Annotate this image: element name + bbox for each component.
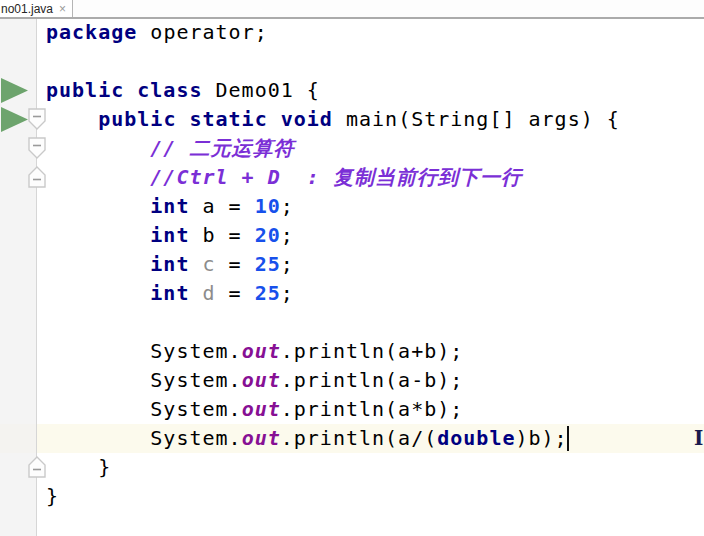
code-segment-plain: .println(a+b); [281, 339, 464, 363]
fold-end-icon[interactable] [28, 166, 46, 192]
code-segment-plain: ; [281, 194, 294, 218]
code-segment-plain: a = [189, 194, 254, 218]
code-segment-keyword: int [150, 281, 189, 305]
tab-no01-java[interactable]: no01.java × [0, 0, 73, 17]
code-line[interactable] [46, 47, 620, 76]
code-segment-plain: System. [46, 426, 242, 450]
editor-tab-bar: no01.java × [0, 0, 704, 19]
code-segment-plain: operator; [137, 20, 267, 44]
code-segment-keyword: double [437, 426, 515, 450]
code-lines: package operator;public class Demo01 { p… [46, 18, 620, 511]
code-segment-number: 25 [255, 281, 281, 305]
code-segment-plain [46, 165, 150, 189]
ide-window: { "tab": { "title": "no01.java", "close_… [0, 0, 704, 536]
code-segment-plain [46, 107, 98, 131]
code-segment-plain: System. [46, 339, 242, 363]
code-segment-plain: = [216, 281, 255, 305]
code-segment-plain: } [46, 484, 59, 508]
code-segment-comment: // 二元运算符 [150, 136, 294, 160]
code-segment-plain: main(String[] args) { [333, 107, 620, 131]
code-segment-plain: .println(a/( [281, 426, 438, 450]
code-segment-keyword: public class [46, 78, 203, 102]
code-segment-plain [46, 252, 150, 276]
code-line[interactable]: System.out.println(a+b); [46, 337, 620, 366]
code-line[interactable]: System.out.println(a-b); [46, 366, 620, 395]
code-line[interactable]: package operator; [46, 18, 620, 47]
code-segment-keyword: package [46, 20, 137, 44]
fold-start-icon[interactable] [28, 108, 46, 134]
fold-start-icon[interactable] [28, 137, 46, 163]
fold-end-icon[interactable] [28, 456, 46, 482]
code-segment-field: out [242, 368, 281, 392]
code-segment-unused: c [203, 252, 216, 276]
code-line[interactable]: public class Demo01 { [46, 76, 620, 105]
code-line[interactable]: System.out.println(a/(double)b); [46, 424, 620, 453]
code-segment-plain [46, 136, 150, 160]
code-segment-plain [189, 252, 202, 276]
code-segment-plain: ; [281, 252, 294, 276]
tab-close-icon[interactable]: × [59, 3, 66, 15]
code-segment-number: 10 [255, 194, 281, 218]
code-line[interactable]: } [46, 482, 620, 511]
code-segment-comment: //Ctrl + D : 复制当前行到下一行 [150, 165, 522, 189]
code-line[interactable]: // 二元运算符 [46, 134, 620, 163]
code-segment-number: 25 [255, 252, 281, 276]
code-line[interactable]: int a = 10; [46, 192, 620, 221]
code-line[interactable]: int c = 25; [46, 250, 620, 279]
code-line[interactable]: //Ctrl + D : 复制当前行到下一行 [46, 163, 620, 192]
code-segment-field: out [242, 339, 281, 363]
code-line[interactable]: int d = 25; [46, 279, 620, 308]
right-edge-partial-text: I [694, 424, 703, 453]
code-segment-plain [189, 281, 202, 305]
code-segment-keyword: int [150, 223, 189, 247]
code-segment-plain: } [46, 455, 111, 479]
code-segment-plain: )b); [516, 426, 568, 450]
code-line[interactable] [46, 308, 620, 337]
code-segment-plain: b = [189, 223, 254, 247]
code-segment-unused: d [203, 281, 216, 305]
code-segment-plain: ; [281, 223, 294, 247]
code-segment-keyword: int [150, 194, 189, 218]
code-segment-plain: = [216, 252, 255, 276]
code-line[interactable]: int b = 20; [46, 221, 620, 250]
code-segment-plain: System. [46, 397, 242, 421]
code-segment-plain [46, 223, 150, 247]
tab-title: no01.java [1, 2, 53, 16]
code-segment-keyword: public static void [98, 107, 333, 131]
code-segment-plain: .println(a*b); [281, 397, 464, 421]
code-segment-keyword: int [150, 252, 189, 276]
text-caret [567, 426, 569, 451]
code-segment-number: 20 [255, 223, 281, 247]
code-segment-plain: Demo01 { [203, 78, 320, 102]
code-segment-plain [46, 281, 150, 305]
code-line[interactable]: System.out.println(a*b); [46, 395, 620, 424]
code-segment-plain: .println(a-b); [281, 368, 464, 392]
code-line[interactable]: public static void main(String[] args) { [46, 105, 620, 134]
code-segment-field: out [242, 397, 281, 421]
code-segment-plain: System. [46, 368, 242, 392]
code-segment-plain [46, 194, 150, 218]
code-segment-plain: ; [281, 281, 294, 305]
code-segment-field: out [242, 426, 281, 450]
code-line[interactable]: } [46, 453, 620, 482]
